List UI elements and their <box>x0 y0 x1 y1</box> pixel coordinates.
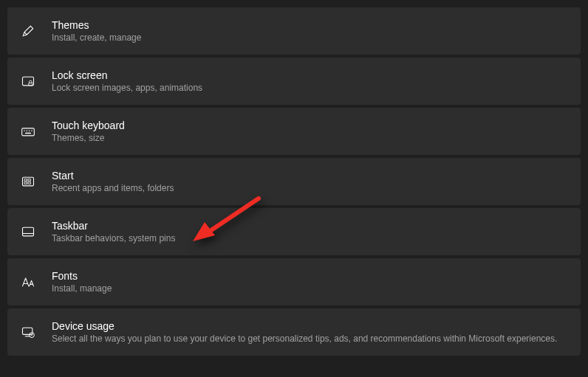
item-desc: Recent apps and items, folders <box>52 183 174 193</box>
item-text: Touch keyboard Themes, size <box>52 120 125 143</box>
item-title: Taskbar <box>52 220 175 232</box>
svg-rect-10 <box>24 182 27 184</box>
item-desc: Install, create, manage <box>52 32 141 43</box>
item-desc: Select all the ways you plan to use your… <box>52 333 557 344</box>
item-text: Fonts Install, manage <box>52 270 112 294</box>
svg-rect-11 <box>28 182 30 184</box>
fonts-icon <box>19 273 37 291</box>
item-desc: Themes, size <box>52 133 125 143</box>
item-title: Device usage <box>52 320 557 332</box>
paintbrush-icon <box>19 22 37 40</box>
start-icon <box>19 173 37 190</box>
settings-item-themes[interactable]: Themes Install, create, manage <box>7 7 581 55</box>
svg-rect-12 <box>23 227 34 236</box>
lock-screen-icon <box>19 72 37 90</box>
settings-list: Themes Install, create, manage Lock scre… <box>7 7 581 356</box>
settings-item-lock-screen[interactable]: Lock screen Lock screen images, apps, an… <box>7 58 581 105</box>
keyboard-icon <box>19 122 37 140</box>
item-desc: Lock screen images, apps, animations <box>52 83 202 93</box>
item-text: Lock screen Lock screen images, apps, an… <box>52 69 202 93</box>
svg-rect-7 <box>23 177 34 186</box>
settings-item-touch-keyboard[interactable]: Touch keyboard Themes, size <box>7 108 581 155</box>
item-desc: Install, manage <box>52 283 112 294</box>
settings-item-fonts[interactable]: Fonts Install, manage <box>7 258 581 305</box>
item-title: Lock screen <box>52 69 202 81</box>
settings-item-taskbar[interactable]: Taskbar Taskbar behaviors, system pins <box>7 208 581 255</box>
item-text: Themes Install, create, manage <box>52 19 141 43</box>
item-title: Fonts <box>52 270 112 282</box>
svg-rect-8 <box>24 179 27 181</box>
item-text: Taskbar Taskbar behaviors, system pins <box>52 220 175 243</box>
item-text: Device usage Select all the ways you pla… <box>52 320 557 344</box>
svg-rect-9 <box>28 179 30 181</box>
svg-rect-14 <box>23 328 33 334</box>
settings-item-device-usage[interactable]: Device usage Select all the ways you pla… <box>7 308 581 356</box>
item-title: Touch keyboard <box>52 120 125 131</box>
item-title: Themes <box>52 19 141 31</box>
svg-rect-1 <box>22 128 35 136</box>
item-desc: Taskbar behaviors, system pins <box>52 233 175 243</box>
device-usage-icon <box>19 323 37 341</box>
settings-item-start[interactable]: Start Recent apps and items, folders <box>7 158 581 205</box>
item-title: Start <box>52 170 174 181</box>
item-text: Start Recent apps and items, folders <box>52 170 174 193</box>
taskbar-icon <box>19 223 37 241</box>
